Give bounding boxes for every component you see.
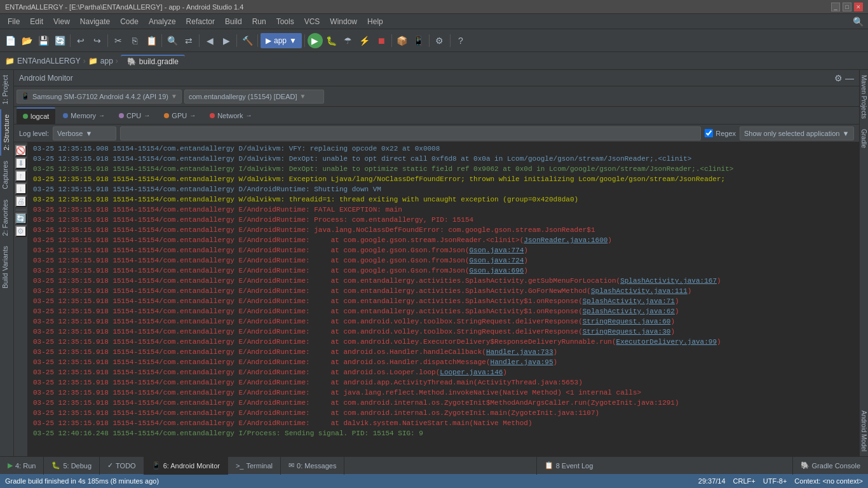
log-level-dropdown[interactable]: Verbose ▼ — [53, 126, 116, 140]
log-line: 03-25 12:35:15.918 15154-15154/com.entan… — [28, 194, 859, 205]
build-btn[interactable]: 🔨 — [240, 33, 255, 48]
title-bar-controls[interactable]: _ □ ✕ — [831, 3, 863, 11]
settings-log-btn[interactable]: ⚙ — [15, 226, 27, 237]
project-name[interactable]: ENTAndALLERGY — [17, 57, 81, 65]
menu-window[interactable]: Window — [325, 16, 362, 27]
log-link[interactable]: Handler.java:733 — [486, 348, 553, 356]
menu-tools[interactable]: Tools — [271, 16, 299, 27]
sidebar-item-android-model[interactable]: Android Model — [859, 405, 868, 456]
menu-file[interactable]: File — [3, 16, 25, 27]
avd-manager-btn[interactable]: 📱 — [411, 33, 426, 48]
log-link[interactable]: Gson.java:774 — [470, 247, 524, 254]
sync-btn[interactable]: 🔄 — [52, 33, 67, 48]
sidebar-item-build-variants[interactable]: Build Variants — [0, 241, 13, 294]
minimize-btn[interactable]: _ — [831, 3, 840, 11]
settings-btn[interactable]: ⚙ — [432, 33, 447, 48]
new-file-btn[interactable]: 📄 — [3, 33, 18, 48]
tab-gpu[interactable]: GPU → — [158, 107, 202, 124]
help-btn[interactable]: ? — [453, 33, 468, 48]
nav-back-btn[interactable]: ◀ — [202, 33, 217, 48]
nav-forward-btn[interactable]: ▶ — [219, 33, 234, 48]
tab-messages[interactable]: ✉ 0: Messages — [281, 457, 344, 475]
tab-network[interactable]: Network → — [203, 107, 258, 124]
regex-checkbox-label[interactable]: Regex — [705, 129, 736, 137]
log-link[interactable]: Gson.java:724 — [470, 257, 524, 264]
coverage-btn[interactable]: ☂ — [341, 33, 356, 48]
tab-cpu[interactable]: CPU → — [112, 107, 156, 124]
copy-btn[interactable]: ⎘ — [127, 33, 142, 48]
down-btn[interactable]: ↓ — [15, 183, 27, 194]
regex-checkbox[interactable] — [705, 129, 713, 137]
sdk-manager-btn[interactable]: 📦 — [395, 33, 410, 48]
profile-btn[interactable]: ⚡ — [357, 33, 372, 48]
menu-analyze[interactable]: Analyze — [144, 16, 181, 27]
log-link[interactable]: JsonReader.java:1600 — [524, 236, 607, 244]
save-all-btn[interactable]: 💾 — [36, 33, 51, 48]
device-dropdown[interactable]: 📱 Samsung SM-G7102 Android 4.4.2 (API 19… — [17, 90, 182, 104]
tab-event-log[interactable]: 📋 8 Event Log — [536, 457, 601, 475]
menu-help[interactable]: Help — [362, 16, 388, 27]
debug-btn[interactable]: 🐛 — [324, 33, 339, 48]
status-context: Context: <no context> — [794, 477, 863, 485]
log-link[interactable]: SplashActivity.java:62 — [583, 308, 675, 315]
find-btn[interactable]: 🔍 — [165, 33, 180, 48]
tab-terminal[interactable]: >_ Terminal — [228, 457, 281, 475]
breadcrumb-app[interactable]: 📁 app — [88, 57, 113, 65]
sidebar-item-favorites[interactable]: 2: Favorites — [0, 194, 13, 241]
log-link[interactable]: Gson.java:696 — [470, 267, 524, 274]
menu-navigate[interactable]: Navigate — [75, 16, 115, 27]
log-link[interactable]: SplashActivity.java:111 — [591, 287, 688, 295]
print-btn[interactable]: 🖨 — [15, 196, 27, 207]
undo-btn[interactable]: ↩ — [73, 33, 88, 48]
search-everywhere-btn[interactable]: 🔍 — [850, 14, 865, 29]
log-link[interactable]: StringRequest.java:30 — [583, 328, 671, 336]
app-dropdown-btn[interactable]: ▶ app ▼ — [261, 33, 302, 48]
file-tab-buildgradle[interactable]: 🐘 build.gradle — [121, 55, 185, 67]
maximize-btn[interactable]: □ — [843, 3, 851, 11]
tab-gradle-console[interactable]: 🐘 Gradle Console — [792, 457, 868, 475]
log-link[interactable]: SplashActivity.java:167 — [620, 277, 717, 285]
paste-btn[interactable]: 📋 — [144, 33, 159, 48]
scroll-to-end-btn[interactable]: ⬇ — [15, 158, 27, 169]
stop-btn[interactable]: ⏹ — [374, 33, 389, 48]
sidebar-item-project[interactable]: 1: Project — [0, 70, 13, 109]
close-btn[interactable]: ✕ — [854, 3, 863, 11]
sidebar-item-structure[interactable]: 2: Structure — [0, 109, 13, 156]
tab-todo[interactable]: ✓ TODO — [100, 457, 144, 475]
show-app-dropdown[interactable]: Show only selected application ▼ — [740, 126, 854, 140]
menu-refactor[interactable]: Refactor — [181, 16, 220, 27]
tab-logcat[interactable]: logcat — [17, 107, 55, 124]
replace-btn[interactable]: ⇄ — [181, 33, 196, 48]
menu-view[interactable]: View — [48, 16, 75, 27]
log-search-input[interactable] — [120, 126, 701, 140]
process-dropdown[interactable]: com.entandallergy (15154) [DEAD] ▼ — [184, 90, 324, 104]
log-content[interactable]: 03-25 12:35:15.908 15154-15154/com.entan… — [28, 142, 859, 456]
app-folder-name[interactable]: app — [100, 57, 113, 65]
menu-code[interactable]: Code — [115, 16, 144, 27]
open-btn[interactable]: 📂 — [19, 33, 34, 48]
monitor-minimize-icon[interactable]: — — [845, 73, 854, 83]
tab-android-monitor[interactable]: 📱 6: Android Monitor — [144, 457, 228, 475]
menu-run[interactable]: Run — [247, 16, 271, 27]
run-btn[interactable]: ▶ — [308, 33, 323, 48]
log-link[interactable]: ExecutorDelivery.java:99 — [616, 338, 717, 346]
log-link[interactable]: StringRequest.java:60 — [583, 318, 671, 325]
menu-build[interactable]: Build — [220, 16, 247, 27]
tab-run[interactable]: ▶ 4: Run — [0, 457, 44, 475]
up-btn[interactable]: ↑ — [15, 170, 27, 182]
monitor-settings-icon[interactable]: ⚙ — [834, 73, 843, 83]
sidebar-item-captures[interactable]: Captures — [0, 156, 13, 194]
menu-vcs[interactable]: VCS — [299, 16, 325, 27]
redo-btn[interactable]: ↪ — [90, 33, 105, 48]
log-link[interactable]: Looper.java:146 — [440, 369, 503, 376]
cut-btn[interactable]: ✂ — [111, 33, 126, 48]
sidebar-item-gradle[interactable]: Gradle — [859, 124, 868, 153]
menu-edit[interactable]: Edit — [25, 16, 48, 27]
log-link[interactable]: Handler.java:95 — [491, 358, 553, 366]
tab-debug[interactable]: 🐛 5: Debug — [44, 457, 100, 475]
log-link[interactable]: SplashActivity.java:71 — [583, 297, 675, 305]
tab-memory[interactable]: Memory → — [57, 107, 111, 124]
sidebar-item-maven[interactable]: Maven Projects — [859, 70, 868, 124]
restart-btn[interactable]: 🔄 — [15, 213, 27, 224]
clear-logcat-btn[interactable]: 🚫 — [15, 145, 27, 156]
